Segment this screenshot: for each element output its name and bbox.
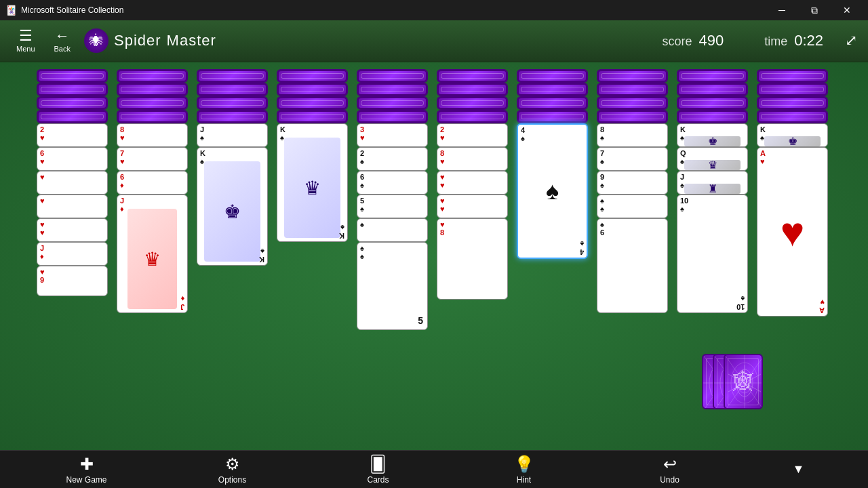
column-9[interactable]: K♠ ♚ Q♠ ♛ J♠ ♜ 10♠ 10♠ <box>677 69 751 354</box>
bottom-toolbar: ✚ New Game ⚙ Options 🂠 Cards 💡 Hint ↩ Un… <box>0 450 868 488</box>
card-4S-selected[interactable]: 4♠ ♠ 4♠ <box>517 123 588 259</box>
card-2H2[interactable]: 2♥ <box>437 123 508 147</box>
card-back <box>197 96 268 110</box>
card-8H[interactable]: 8♥ <box>117 123 188 147</box>
card-back <box>117 110 188 123</box>
card-KS[interactable]: K♠ ♚ K♠ <box>197 147 268 266</box>
menu-icon: ☰ <box>19 28 33 43</box>
card-6S[interactable]: 6♠ <box>357 171 428 195</box>
score-value: 490 <box>698 32 724 49</box>
card-back <box>437 96 508 110</box>
card-Hx2[interactable]: ♥ <box>37 195 108 218</box>
hint-button[interactable]: 💡 Hint <box>497 455 551 485</box>
card-7H[interactable]: 7♥ <box>117 147 188 171</box>
card-back <box>117 69 188 83</box>
column-4[interactable]: K♠ ♛ K♠ <box>277 69 351 340</box>
card-3H[interactable]: 3♥ <box>357 123 428 147</box>
card-back <box>117 83 188 96</box>
card-2H[interactable]: 2♥ <box>37 123 108 147</box>
card-8S[interactable]: 8♠ <box>597 123 668 147</box>
game-difficulty: Master <box>167 32 216 49</box>
card-back <box>37 69 108 83</box>
card-7S[interactable]: 7♠ <box>597 147 668 171</box>
column-5[interactable]: 3♥ 2♠ 6♠ 5♠ ♠ ♠♠ 5 <box>357 69 431 340</box>
card-JS[interactable]: J♠ <box>197 123 268 147</box>
time-block: time 0:22 <box>764 32 823 49</box>
column-2[interactable]: 8♥ 7♥ 6♦ J♦ ♛ J♦ <box>117 69 191 340</box>
close-button[interactable]: ✕ <box>831 0 863 20</box>
score-label: score <box>662 35 692 49</box>
undo-icon: ↩ <box>663 455 677 474</box>
card-back <box>357 83 428 96</box>
card-AH[interactable]: A♥ ♥ A♥ <box>757 147 828 317</box>
card-back <box>197 83 268 96</box>
stock-card-3[interactable]: 🕸 <box>724 354 763 409</box>
card-back <box>357 110 428 123</box>
card-hearts-cluster[interactable]: ♥♥ <box>437 171 508 195</box>
card-back <box>117 96 188 110</box>
options-button[interactable]: ⚙ Options <box>205 455 260 485</box>
expand-button[interactable]: ⤢ <box>845 32 857 49</box>
card-back <box>277 69 348 83</box>
card-8bottom[interactable]: ♥8 <box>437 218 508 300</box>
card-spade-center[interactable]: ♠ <box>357 218 428 242</box>
undo-button[interactable]: ↩ Undo <box>643 455 697 485</box>
hint-icon: 💡 <box>514 455 534 474</box>
card-9S[interactable]: 9♠ <box>597 171 668 195</box>
window-title: Microsoft Solitaire Collection <box>21 5 123 15</box>
card-back <box>437 69 508 83</box>
card-back <box>277 110 348 123</box>
card-KS3[interactable]: K♠ ♚ <box>677 123 748 147</box>
card-back <box>677 69 748 83</box>
column-1[interactable]: 2♥ 6♥ ♥ ♥ ♥♥ J♦ ♥9 <box>37 69 111 340</box>
card-Hx[interactable]: ♥ <box>37 171 108 195</box>
card-back <box>277 83 348 96</box>
card-6H[interactable]: 6♥ <box>37 147 108 171</box>
maximize-button[interactable]: ⧉ <box>799 0 830 20</box>
card-JD2[interactable]: J♦ ♛ J♦ <box>117 195 188 313</box>
score-area: score 490 time 0:22 <box>662 32 823 49</box>
card-9[interactable]: ♥9 <box>37 266 108 296</box>
card-8Hx[interactable]: 8♥ <box>437 147 508 171</box>
minimize-button[interactable]: ─ <box>766 0 797 20</box>
card-back <box>757 69 828 83</box>
column-6[interactable]: 2♥ 8♥ ♥♥ ♥♥ ♥8 <box>437 69 511 340</box>
columns-container: 2♥ 6♥ ♥ ♥ ♥♥ J♦ ♥9 <box>0 62 868 361</box>
card-back <box>437 83 508 96</box>
card-hearts-row[interactable]: ♥♥ <box>437 195 508 218</box>
game-type: Spider <box>114 32 161 49</box>
card-QS[interactable]: Q♠ ♛ <box>677 147 748 171</box>
card-back <box>677 83 748 96</box>
card-spades-grid[interactable]: ♠♠ <box>597 195 668 218</box>
time-value: 0:22 <box>794 32 823 49</box>
cards-icon: 🂠 <box>370 455 387 474</box>
card-back <box>37 110 108 123</box>
back-button[interactable]: ← Back <box>49 26 76 56</box>
column-8[interactable]: 8♠ 7♠ 9♠ ♠♠ ♠6 <box>597 69 671 340</box>
card-back <box>197 110 268 123</box>
stock-pile[interactable]: 🕸 <box>702 354 763 409</box>
card-6S2[interactable]: ♠6 <box>597 218 668 313</box>
cards-button[interactable]: 🂠 Cards <box>351 455 406 485</box>
scroll-down-button[interactable]: ▼ <box>789 462 809 476</box>
column-7[interactable]: 4♠ ♠ 4♠ <box>517 69 591 340</box>
card-KS2[interactable]: K♠ ♛ K♠ <box>277 123 348 242</box>
card-5bot[interactable]: ♠♠ 5 <box>357 242 428 330</box>
card-10S[interactable]: 10♠ 10♠ <box>677 195 748 313</box>
back-icon: ← <box>55 28 70 43</box>
card-JS2[interactable]: J♠ ♜ <box>677 171 748 195</box>
card-6D[interactable]: 6♦ <box>117 171 188 195</box>
card-KS4[interactable]: K♠ ♚ <box>757 123 828 147</box>
new-game-button[interactable]: ✚ New Game <box>60 455 114 485</box>
time-label: time <box>764 35 787 49</box>
card-JD[interactable]: J♦ <box>37 242 108 266</box>
menu-button[interactable]: ☰ Menu <box>11 26 41 56</box>
column-10[interactable]: K♠ ♚ A♥ ♥ A♥ <box>757 69 831 340</box>
card-back <box>757 110 828 123</box>
column-3[interactable]: J♠ K♠ ♚ K♠ <box>197 69 271 340</box>
card-back <box>37 96 108 110</box>
card-back <box>677 110 748 123</box>
card-5S[interactable]: 5♠ <box>357 195 428 218</box>
card-2S[interactable]: 2♠ <box>357 147 428 171</box>
card-Hx3[interactable]: ♥♥ <box>37 218 108 242</box>
